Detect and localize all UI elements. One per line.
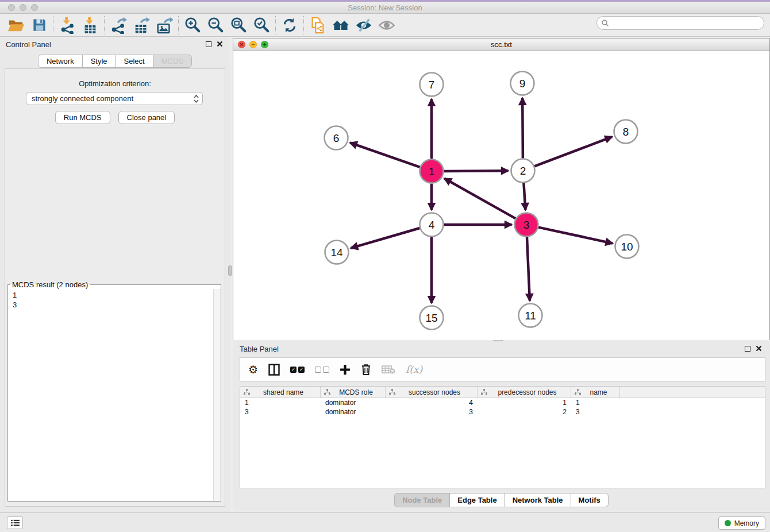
zoom-fit-icon[interactable]: [227, 16, 250, 35]
graph-edge-3-11[interactable]: [527, 237, 530, 301]
table-cell: 3: [571, 407, 620, 417]
criterion-value: strongly connected component: [32, 94, 194, 103]
column-header-predecessor-nodes[interactable]: predecessor nodes: [478, 387, 571, 398]
graph-node-label-3: 3: [523, 219, 530, 231]
graph-edge-2-3[interactable]: [523, 183, 525, 210]
export-image-icon[interactable]: [153, 16, 176, 35]
table-cell: 1: [240, 398, 321, 407]
run-mcds-button[interactable]: Run MCDS: [55, 111, 110, 124]
graph-edge-1-6[interactable]: [350, 142, 420, 167]
vertical-splitter-handle[interactable]: [228, 265, 232, 276]
zoom-in-icon[interactable]: [181, 16, 204, 35]
graph-edge-4-14[interactable]: [351, 228, 420, 248]
column-type-icon: [324, 389, 330, 395]
mcds-panel: Optimization criterion: strongly connect…: [5, 68, 225, 507]
window-title: Session: New Session: [0, 3, 770, 12]
list-icon: [11, 519, 20, 526]
column-header-MCDS-role[interactable]: MCDS role: [321, 387, 386, 398]
split-columns-icon[interactable]: [268, 364, 280, 376]
result-scrollbar[interactable]: [213, 289, 221, 501]
tab-mcds[interactable]: MCDS: [153, 55, 192, 68]
network-window-titlebar: scc.txt: [233, 38, 769, 51]
memory-button[interactable]: Memory: [718, 516, 765, 530]
search-icon: [602, 20, 609, 27]
search-box[interactable]: [596, 16, 764, 30]
import-network-icon[interactable]: [56, 16, 79, 35]
tab-select[interactable]: Select: [116, 55, 153, 68]
graph-edge-2-8[interactable]: [534, 137, 612, 166]
tab-edge-table[interactable]: Edge Table: [449, 493, 505, 507]
close-panel-icon[interactable]: [217, 41, 223, 47]
toolbar-separator: [275, 16, 276, 34]
toolbar-separator: [303, 16, 304, 34]
column-header-shared-name[interactable]: shared name: [240, 387, 321, 398]
mcds-result-title: MCDS result (2 nodes): [10, 280, 90, 289]
select-stepper-icon: [194, 94, 199, 103]
tab-motifs[interactable]: Motifs: [571, 493, 609, 507]
graph-node-label-11: 11: [525, 310, 536, 322]
table-cell: 1: [571, 398, 620, 407]
tab-network-table[interactable]: Network Table: [505, 493, 571, 507]
select-all-checkboxes-icon[interactable]: ✓✓: [290, 367, 305, 373]
toolbar-separator: [104, 16, 105, 34]
table-panel: Table Panel ⚙ ✓✓ f(x) shared nameMCDS ro…: [233, 341, 770, 511]
show-all-eye-icon[interactable]: [375, 16, 398, 35]
tab-style[interactable]: Style: [82, 55, 116, 68]
open-file-icon[interactable]: [5, 16, 28, 35]
tab-node-table[interactable]: Node Table: [394, 493, 450, 507]
column-type-icon: [481, 389, 487, 395]
network-window-title: scc.txt: [233, 40, 769, 49]
table-cell: 3: [240, 407, 321, 417]
app-titlebar: Session: New Session: [0, 2, 770, 14]
home-icon[interactable]: [329, 16, 352, 35]
zoom-out-icon[interactable]: [204, 16, 227, 35]
mcds-result-box: MCDS result (2 nodes) 1 3: [7, 280, 221, 502]
graph-edge-3-10[interactable]: [538, 228, 613, 244]
table-row[interactable]: 3dominator323: [240, 407, 765, 417]
column-header-successor-nodes[interactable]: successor nodes: [386, 387, 478, 398]
function-builder-icon[interactable]: f(x): [406, 364, 422, 375]
delete-table-icon[interactable]: [382, 365, 395, 374]
graph-node-label-4: 4: [429, 219, 435, 231]
zoom-selected-icon[interactable]: [250, 16, 273, 35]
add-column-icon[interactable]: [340, 364, 351, 375]
import-table-icon[interactable]: [79, 16, 102, 35]
column-header-name[interactable]: name: [571, 387, 620, 398]
table-cell: dominator: [321, 407, 386, 417]
close-table-panel-icon[interactable]: [756, 345, 762, 352]
graph-node-label-1: 1: [429, 165, 435, 178]
graph-edge-1-2[interactable]: [444, 171, 509, 171]
graph-node-label-8: 8: [623, 126, 629, 138]
deselect-all-checkboxes-icon[interactable]: [315, 367, 329, 373]
settings-gear-icon[interactable]: ⚙: [248, 364, 258, 375]
export-network-icon[interactable]: [107, 16, 130, 35]
hide-selected-eye-icon[interactable]: [352, 16, 375, 35]
table-cell: 3: [386, 407, 478, 417]
close-panel-button[interactable]: Close panel: [118, 111, 175, 124]
table-cell: 2: [478, 407, 571, 417]
graph-node-label-14: 14: [330, 246, 343, 259]
tab-network[interactable]: Network: [38, 55, 83, 68]
float-table-panel-icon[interactable]: [745, 346, 750, 352]
graph-node-label-6: 6: [333, 132, 340, 144]
control-panel-tabs: NetworkStyleSelectMCDS: [0, 55, 230, 68]
column-type-icon: [389, 389, 395, 395]
refresh-icon[interactable]: [278, 16, 301, 35]
float-panel-icon[interactable]: [206, 41, 211, 47]
network-canvas[interactable]: 7968124314101511: [233, 51, 769, 340]
search-input[interactable]: [611, 18, 764, 28]
criterion-select[interactable]: strongly connected component: [26, 92, 203, 105]
task-history-button[interactable]: [7, 516, 23, 529]
save-icon[interactable]: [28, 16, 51, 35]
graph-edge-3-1[interactable]: [444, 179, 515, 219]
table-tabs: Node TableEdge TableNetwork TableMotifs: [233, 493, 770, 507]
table-header-row: shared nameMCDS rolesuccessor nodesprede…: [240, 387, 765, 398]
delete-column-trash-icon[interactable]: [361, 364, 371, 375]
table-row[interactable]: 1dominator411: [240, 398, 765, 407]
export-table-icon[interactable]: [130, 16, 153, 35]
copy-view-icon[interactable]: [306, 16, 329, 35]
table-cell: dominator: [321, 398, 386, 407]
graph-node-label-10: 10: [621, 241, 633, 253]
graph-edge-2-9[interactable]: [522, 98, 523, 159]
column-type-icon: [575, 389, 581, 395]
